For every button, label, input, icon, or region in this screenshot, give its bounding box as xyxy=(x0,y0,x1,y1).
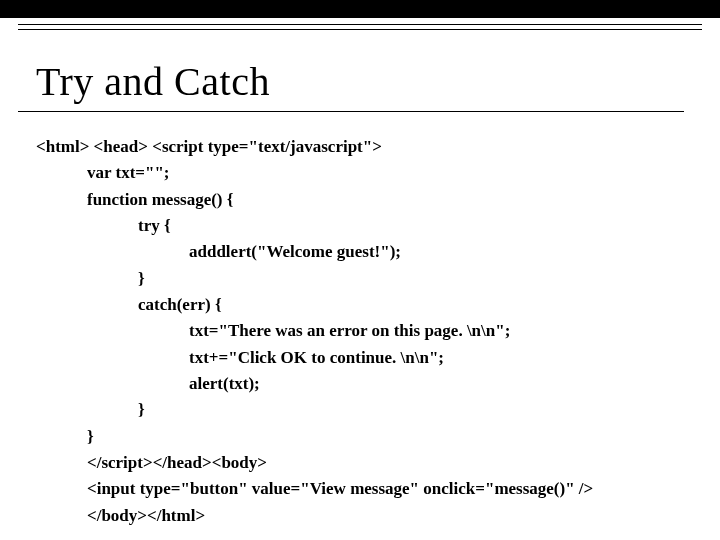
code-line: </body></html> xyxy=(36,506,205,525)
code-line: var txt=""; xyxy=(36,163,170,182)
code-line: try { xyxy=(36,216,171,235)
code-line: </script></head><body> xyxy=(36,453,267,472)
slide-title: Try and Catch xyxy=(36,58,720,105)
code-line: adddlert("Welcome guest!"); xyxy=(36,242,401,261)
code-line: <input type="button" value="View message… xyxy=(36,479,593,498)
horizontal-rule xyxy=(18,24,702,30)
code-block: <html> <head> <script type="text/javascr… xyxy=(36,134,720,529)
title-underline xyxy=(18,111,684,112)
code-line: alert(txt); xyxy=(36,374,260,393)
code-line: txt+="Click OK to continue. \n\n"; xyxy=(36,348,444,367)
code-line: } xyxy=(36,400,145,419)
code-line: } xyxy=(36,427,94,446)
code-line: <html> <head> <script type="text/javascr… xyxy=(36,137,382,156)
code-line: txt="There was an error on this page. \n… xyxy=(36,321,510,340)
code-line: catch(err) { xyxy=(36,295,222,314)
code-line: } xyxy=(36,269,145,288)
top-bar xyxy=(0,0,720,18)
code-line: function message() { xyxy=(36,190,233,209)
slide: Try and Catch <html> <head> <script type… xyxy=(0,0,720,529)
